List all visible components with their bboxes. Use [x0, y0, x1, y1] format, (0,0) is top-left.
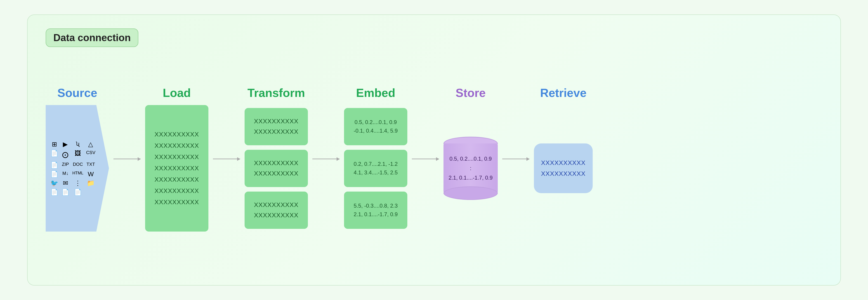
arrow-load-transform — [209, 159, 245, 159]
icon-grid: ⊞ ▶ ʯ △ 📄 ⊙ 🖼 CSV 📄 ZIP DOC TXT 📄 M↓ — [50, 141, 100, 195]
arrow-line-5 — [502, 159, 529, 159]
e2-line1: 0.2, 0.7....2.1, -1.2 — [354, 161, 398, 167]
flow-row: Source ⊞ ▶ ʯ △ 📄 ⊙ 🖼 CSV 📄 ZIP DOC — [46, 63, 822, 255]
icon-doc2: 📄 — [50, 162, 59, 168]
icon-notion: △ — [86, 141, 95, 147]
arrow-line-4 — [412, 159, 439, 159]
title-badge: Data connection — [46, 29, 138, 47]
transform-content: XXXXXXXXXX XXXXXXXXXX XXXXXXXXXX XXXXXXX… — [245, 105, 308, 232]
source-shape: ⊞ ▶ ʯ △ 📄 ⊙ 🖼 CSV 📄 ZIP DOC TXT 📄 M↓ — [46, 105, 109, 232]
icon-wiki: W — [86, 171, 95, 177]
store-cylinder: 0.5, 0.2....0.1, 0.9 : 2.1, 0.1....-1.7,… — [443, 137, 498, 200]
arrow-line-3 — [312, 159, 340, 159]
transform-box-1: XXXXXXXXXX XXXXXXXXXX — [245, 108, 308, 145]
icon-doc6: 📄 — [61, 189, 70, 195]
icon-html: HTML — [72, 171, 84, 177]
transform-box-2: XXXXXXXXXX XXXXXXXXXX — [245, 150, 308, 187]
store-text-2: : — [470, 165, 471, 171]
store-text-3: 2.1, 0.1....-1.7, 0.9 — [449, 175, 493, 181]
embed-box-3: 5.5, -0.3....0.8, 2.3 2.1, 0.1....-1.7, … — [344, 192, 407, 229]
icon-markdown: M↓ — [61, 171, 70, 177]
arrow-line-1 — [114, 159, 141, 159]
retrieve-stage: Retrieve XXXXXXXXXX XXXXXXXXXX — [534, 86, 593, 232]
load-line-5: XXXXXXXXXX — [155, 176, 199, 183]
cylinder-bottom — [443, 187, 498, 200]
store-text-1: 0.5, 0.2....0.1, 0.9 — [450, 156, 492, 162]
icon-zip: ZIP — [61, 162, 70, 168]
retrieve-content: XXXXXXXXXX XXXXXXXXXX — [534, 105, 593, 232]
retrieve-line-2: XXXXXXXXXX — [541, 170, 586, 177]
load-line-2: XXXXXXXXXX — [155, 142, 199, 149]
load-line-6: XXXXXXXXXX — [155, 187, 199, 195]
load-label: Load — [163, 86, 191, 100]
source-stage: Source ⊞ ▶ ʯ △ 📄 ⊙ 🖼 CSV 📄 ZIP DOC — [46, 86, 109, 232]
load-content: XXXXXXXXXX XXXXXXXXXX XXXXXXXXXX XXXXXXX… — [145, 105, 209, 232]
e3-line1: 5.5, -0.3....0.8, 2.3 — [354, 203, 398, 209]
t1-line2: XXXXXXXXXX — [254, 128, 299, 135]
embed-content: 0.5, 0.2....0.1, 0.9 -0.1, 0.4....1.4, 5… — [344, 105, 407, 232]
transform-col: XXXXXXXXXX XXXXXXXXXX XXXXXXXXXX XXXXXXX… — [245, 108, 308, 229]
icon-apps: ⊞ — [50, 141, 59, 147]
arrow-source-load — [109, 159, 145, 159]
load-line-3: XXXXXXXXXX — [155, 154, 199, 161]
embed-label: Embed — [356, 86, 395, 100]
retrieve-box: XXXXXXXXXX XXXXXXXXXX — [534, 143, 593, 193]
icon-youtube: ▶ — [61, 141, 70, 147]
t1-line1: XXXXXXXXXX — [254, 118, 299, 125]
diagram-container: Data connection Source ⊞ ▶ ʯ △ 📄 ⊙ 🖼 CSV — [27, 14, 841, 286]
t3-line2: XXXXXXXXXX — [254, 212, 299, 219]
load-line-7: XXXXXXXXXX — [155, 199, 199, 206]
embed-box-1: 0.5, 0.2....0.1, 0.9 -0.1, 0.4....1.4, 5… — [344, 108, 407, 145]
e3-line2: 2.1, 0.1....-1.7, 0.9 — [354, 211, 398, 218]
store-label: Store — [456, 86, 486, 100]
icon-github: ⊙ — [61, 150, 70, 159]
arrow-line-2 — [213, 159, 240, 159]
e1-line2: -0.1, 0.4....1.4, 5.9 — [354, 128, 398, 134]
transform-stage: Transform XXXXXXXXXX XXXXXXXXXX XXXXXXXX… — [245, 86, 308, 232]
t3-line1: XXXXXXXXXX — [254, 201, 299, 208]
t2-line1: XXXXXXXXXX — [254, 160, 299, 167]
retrieve-label: Retrieve — [540, 86, 586, 100]
icon-twitter: 🐦 — [50, 180, 59, 187]
retrieve-line-1: XXXXXXXXXX — [541, 159, 586, 166]
icon-csv: CSV — [86, 150, 95, 159]
arrow-embed-store — [407, 159, 443, 159]
icon-email: ✉ — [61, 180, 70, 187]
store-content: 0.5, 0.2....0.1, 0.9 : 2.1, 0.1....-1.7,… — [443, 105, 498, 232]
transform-box-3: XXXXXXXXXX XXXXXXXXXX — [245, 192, 308, 229]
source-label: Source — [57, 86, 97, 100]
arrow-transform-embed — [308, 159, 344, 159]
icon-doc7: 📄 — [72, 189, 84, 195]
load-line-4: XXXXXXXXXX — [155, 165, 199, 172]
embed-col: 0.5, 0.2....0.1, 0.9 -0.1, 0.4....1.4, 5… — [344, 108, 407, 229]
embed-box-2: 0.2, 0.7....2.1, -1.2 4.1, 3.4....-1.5, … — [344, 150, 407, 187]
icon-discord: ʯ — [72, 141, 84, 147]
icon-doc4: 📄 — [50, 171, 59, 177]
t2-line2: XXXXXXXXXX — [254, 170, 299, 177]
icon-menu: ⋮ — [72, 180, 84, 187]
icon-doc1: 📄 — [50, 150, 59, 159]
embed-stage: Embed 0.5, 0.2....0.1, 0.9 -0.1, 0.4....… — [344, 86, 407, 232]
e2-line2: 4.1, 3.4....-1.5, 2.5 — [354, 169, 398, 176]
icon-doc3: DOC — [72, 162, 84, 168]
cylinder-body: 0.5, 0.2....0.1, 0.9 : 2.1, 0.1....-1.7,… — [443, 143, 498, 193]
transform-label: Transform — [248, 86, 305, 100]
icon-image: 🖼 — [72, 150, 84, 159]
source-content: ⊞ ▶ ʯ △ 📄 ⊙ 🖼 CSV 📄 ZIP DOC TXT 📄 M↓ — [46, 105, 109, 232]
icon-txt: TXT — [86, 162, 95, 168]
store-stage: Store 0.5, 0.2....0.1, 0.9 : 2.1, 0.1...… — [443, 86, 498, 232]
arrow-store-retrieve — [498, 159, 534, 159]
load-box: XXXXXXXXXX XXXXXXXXXX XXXXXXXXXX XXXXXXX… — [145, 105, 209, 232]
icon-doc5: 📄 — [50, 189, 59, 195]
icon-folder: 📁 — [86, 180, 95, 187]
load-line-1: XXXXXXXXXX — [155, 131, 199, 138]
e1-line1: 0.5, 0.2....0.1, 0.9 — [355, 119, 397, 125]
load-stage: Load XXXXXXXXXX XXXXXXXXXX XXXXXXXXXX XX… — [145, 86, 209, 232]
